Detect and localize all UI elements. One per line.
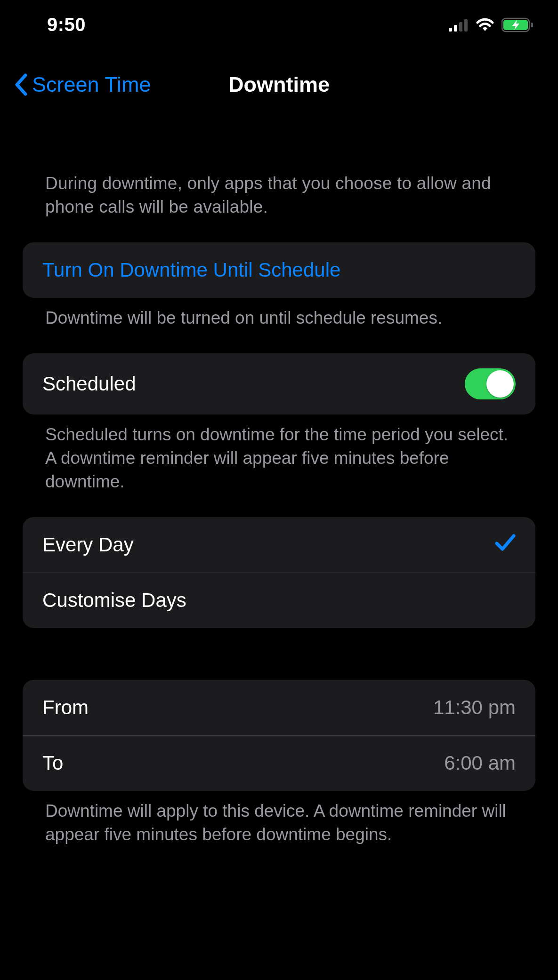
header-description: During downtime, only apps that you choo…	[23, 101, 535, 219]
svg-rect-1	[454, 25, 457, 32]
svg-rect-2	[459, 22, 462, 32]
frequency-group: Every Day Customise Days	[23, 517, 535, 628]
battery-charging-icon	[501, 17, 534, 32]
scheduled-footer: Scheduled turns on downtime for the time…	[23, 414, 535, 494]
svg-rect-6	[531, 23, 533, 27]
customise-days-label: Customise Days	[42, 589, 186, 612]
turn-on-downtime-button[interactable]: Turn On Downtime Until Schedule	[23, 242, 535, 298]
every-day-label: Every Day	[42, 534, 134, 556]
checkmark-icon	[495, 533, 516, 557]
to-label: To	[42, 752, 63, 774]
scheduled-row: Scheduled	[23, 353, 535, 414]
from-value: 11:30 pm	[433, 696, 516, 719]
turn-on-group: Turn On Downtime Until Schedule	[23, 242, 535, 298]
to-value: 6:00 am	[444, 752, 516, 774]
chevron-left-icon	[14, 73, 28, 96]
from-label: From	[42, 696, 89, 719]
to-row[interactable]: To 6:00 am	[23, 735, 535, 791]
every-day-row[interactable]: Every Day	[23, 517, 535, 573]
status-indicators	[449, 17, 534, 32]
cellular-icon	[449, 18, 469, 32]
back-button[interactable]: Screen Time	[14, 72, 151, 97]
turn-on-downtime-label: Turn On Downtime Until Schedule	[42, 259, 340, 281]
svg-rect-0	[449, 28, 452, 32]
customise-days-row[interactable]: Customise Days	[23, 573, 535, 628]
svg-rect-3	[464, 19, 468, 32]
from-row[interactable]: From 11:30 pm	[23, 680, 535, 735]
time-group: From 11:30 pm To 6:00 am	[23, 680, 535, 791]
status-time: 9:50	[47, 14, 86, 35]
scheduled-group: Scheduled	[23, 353, 535, 414]
time-footer: Downtime will apply to this device. A do…	[23, 791, 535, 846]
toggle-knob	[486, 370, 514, 398]
back-label: Screen Time	[32, 72, 151, 97]
nav-bar: Screen Time Downtime	[0, 35, 558, 101]
turn-on-footer: Downtime will be turned on until schedul…	[23, 298, 535, 330]
scheduled-label: Scheduled	[42, 373, 136, 395]
scheduled-toggle[interactable]	[465, 368, 516, 399]
wifi-icon	[475, 18, 495, 32]
status-bar: 9:50	[0, 0, 558, 35]
